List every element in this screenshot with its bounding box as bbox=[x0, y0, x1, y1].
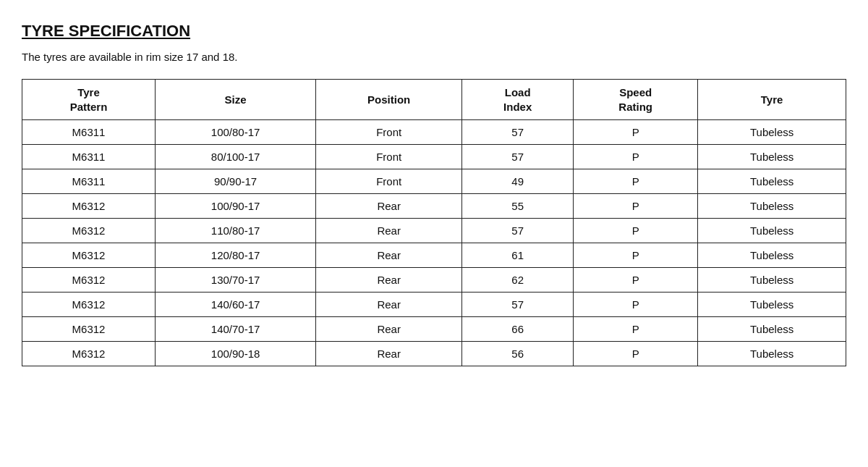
table-row: M6312120/80-17Rear61PTubeless bbox=[22, 243, 846, 268]
header-load-index: LoadIndex bbox=[462, 80, 574, 120]
cell-tyre: Tubeless bbox=[698, 342, 846, 366]
cell-speed-rating: P bbox=[574, 293, 698, 317]
cell-speed-rating: P bbox=[574, 342, 698, 366]
cell-pattern: M6312 bbox=[22, 243, 156, 268]
cell-load-index: 49 bbox=[462, 169, 574, 194]
subtitle: The tyres are available in rim size 17 a… bbox=[22, 51, 846, 63]
cell-tyre: Tubeless bbox=[698, 293, 846, 317]
cell-size: 80/100-17 bbox=[156, 145, 316, 169]
cell-size: 130/70-17 bbox=[156, 268, 316, 293]
table-row: M6312130/70-17Rear62PTubeless bbox=[22, 268, 846, 293]
cell-load-index: 57 bbox=[462, 219, 574, 243]
cell-size: 140/60-17 bbox=[156, 293, 316, 317]
cell-speed-rating: P bbox=[574, 268, 698, 293]
cell-speed-rating: P bbox=[574, 169, 698, 194]
header-speed-rating: SpeedRating bbox=[574, 80, 698, 120]
cell-pattern: M6311 bbox=[22, 145, 156, 169]
cell-tyre: Tubeless bbox=[698, 243, 846, 268]
cell-tyre: Tubeless bbox=[698, 268, 846, 293]
cell-tyre: Tubeless bbox=[698, 317, 846, 342]
cell-tyre: Tubeless bbox=[698, 169, 846, 194]
cell-speed-rating: P bbox=[574, 145, 698, 169]
header-tyre: Tyre bbox=[698, 80, 846, 120]
cell-load-index: 62 bbox=[462, 268, 574, 293]
cell-tyre: Tubeless bbox=[698, 145, 846, 169]
cell-position: Front bbox=[316, 145, 462, 169]
cell-tyre: Tubeless bbox=[698, 194, 846, 219]
cell-tyre: Tubeless bbox=[698, 120, 846, 145]
cell-size: 90/90-17 bbox=[156, 169, 316, 194]
table-row: M6311100/80-17Front57PTubeless bbox=[22, 120, 846, 145]
cell-tyre: Tubeless bbox=[698, 219, 846, 243]
cell-load-index: 66 bbox=[462, 317, 574, 342]
table-row: M6312100/90-18Rear56PTubeless bbox=[22, 342, 846, 366]
header-size: Size bbox=[156, 80, 316, 120]
cell-load-index: 61 bbox=[462, 243, 574, 268]
cell-load-index: 57 bbox=[462, 293, 574, 317]
cell-position: Front bbox=[316, 120, 462, 145]
table-row: M631180/100-17Front57PTubeless bbox=[22, 145, 846, 169]
cell-speed-rating: P bbox=[574, 243, 698, 268]
cell-position: Rear bbox=[316, 268, 462, 293]
page-title: TYRE SPECIFICATION bbox=[22, 22, 846, 41]
cell-load-index: 57 bbox=[462, 145, 574, 169]
cell-speed-rating: P bbox=[574, 317, 698, 342]
cell-speed-rating: P bbox=[574, 194, 698, 219]
cell-pattern: M6312 bbox=[22, 219, 156, 243]
cell-load-index: 57 bbox=[462, 120, 574, 145]
cell-size: 100/90-17 bbox=[156, 194, 316, 219]
cell-position: Rear bbox=[316, 342, 462, 366]
cell-position: Rear bbox=[316, 219, 462, 243]
table-row: M6312110/80-17Rear57PTubeless bbox=[22, 219, 846, 243]
cell-size: 100/80-17 bbox=[156, 120, 316, 145]
cell-position: Rear bbox=[316, 243, 462, 268]
cell-speed-rating: P bbox=[574, 219, 698, 243]
cell-pattern: M6311 bbox=[22, 120, 156, 145]
table-row: M6312100/90-17Rear55PTubeless bbox=[22, 194, 846, 219]
cell-position: Rear bbox=[316, 194, 462, 219]
cell-position: Front bbox=[316, 169, 462, 194]
cell-load-index: 55 bbox=[462, 194, 574, 219]
cell-size: 100/90-18 bbox=[156, 342, 316, 366]
cell-position: Rear bbox=[316, 317, 462, 342]
cell-pattern: M6312 bbox=[22, 293, 156, 317]
tyre-specification-table: TyrePattern Size Position LoadIndex Spee… bbox=[22, 79, 846, 366]
cell-pattern: M6312 bbox=[22, 342, 156, 366]
cell-pattern: M6312 bbox=[22, 317, 156, 342]
table-header-row: TyrePattern Size Position LoadIndex Spee… bbox=[22, 80, 846, 120]
cell-position: Rear bbox=[316, 293, 462, 317]
cell-size: 140/70-17 bbox=[156, 317, 316, 342]
cell-pattern: M6311 bbox=[22, 169, 156, 194]
table-row: M631190/90-17Front49PTubeless bbox=[22, 169, 846, 194]
table-row: M6312140/70-17Rear66PTubeless bbox=[22, 317, 846, 342]
cell-load-index: 56 bbox=[462, 342, 574, 366]
header-tyre-pattern: TyrePattern bbox=[22, 80, 156, 120]
cell-size: 120/80-17 bbox=[156, 243, 316, 268]
header-position: Position bbox=[316, 80, 462, 120]
table-row: M6312140/60-17Rear57PTubeless bbox=[22, 293, 846, 317]
cell-size: 110/80-17 bbox=[156, 219, 316, 243]
cell-speed-rating: P bbox=[574, 120, 698, 145]
cell-pattern: M6312 bbox=[22, 194, 156, 219]
cell-pattern: M6312 bbox=[22, 268, 156, 293]
